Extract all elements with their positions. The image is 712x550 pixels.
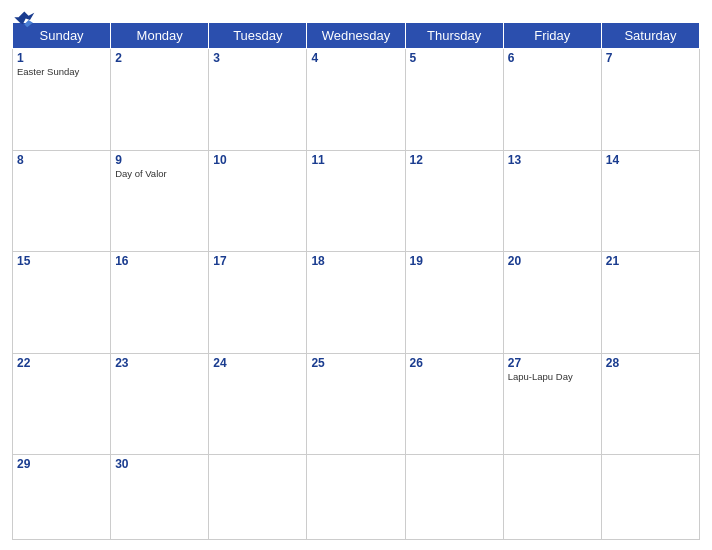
holiday-name: Day of Valor: [115, 168, 204, 179]
weekday-header-thursday: Thursday: [405, 23, 503, 49]
date-number: 11: [311, 153, 400, 167]
date-number: 19: [410, 254, 499, 268]
calendar-cell: [601, 455, 699, 540]
date-number: 9: [115, 153, 204, 167]
date-number: 10: [213, 153, 302, 167]
week-row-4: 222324252627Lapu-Lapu Day28: [13, 353, 700, 455]
date-number: 29: [17, 457, 106, 471]
date-number: 2: [115, 51, 204, 65]
calendar-cell: [307, 455, 405, 540]
calendar-cell: 14: [601, 150, 699, 252]
holiday-name: Easter Sunday: [17, 66, 106, 77]
week-row-3: 15161718192021: [13, 252, 700, 354]
holiday-name: Lapu-Lapu Day: [508, 371, 597, 382]
calendar-cell: [405, 455, 503, 540]
logo-bird-icon: [14, 10, 36, 30]
calendar-cell: 6: [503, 49, 601, 151]
calendar-cell: 13: [503, 150, 601, 252]
calendar-cell: 3: [209, 49, 307, 151]
calendar-cell: 29: [13, 455, 111, 540]
date-number: 15: [17, 254, 106, 268]
calendar-cell: 28: [601, 353, 699, 455]
calendar-cell: 15: [13, 252, 111, 354]
calendar-cell: 9Day of Valor: [111, 150, 209, 252]
logo: [12, 10, 36, 30]
calendar-cell: 25: [307, 353, 405, 455]
calendar-cell: 24: [209, 353, 307, 455]
svg-marker-1: [24, 20, 33, 27]
weekday-header-friday: Friday: [503, 23, 601, 49]
calendar-cell: 20: [503, 252, 601, 354]
calendar-cell: 18: [307, 252, 405, 354]
date-number: 16: [115, 254, 204, 268]
date-number: 3: [213, 51, 302, 65]
calendar-cell: 5: [405, 49, 503, 151]
date-number: 6: [508, 51, 597, 65]
calendar-cell: 16: [111, 252, 209, 354]
date-number: 20: [508, 254, 597, 268]
date-number: 4: [311, 51, 400, 65]
date-number: 26: [410, 356, 499, 370]
date-number: 14: [606, 153, 695, 167]
weekday-header-saturday: Saturday: [601, 23, 699, 49]
date-number: 24: [213, 356, 302, 370]
week-row-1: 1Easter Sunday234567: [13, 49, 700, 151]
weekday-header-wednesday: Wednesday: [307, 23, 405, 49]
date-number: 27: [508, 356, 597, 370]
weekday-header-monday: Monday: [111, 23, 209, 49]
date-number: 23: [115, 356, 204, 370]
calendar-cell: [209, 455, 307, 540]
date-number: 22: [17, 356, 106, 370]
calendar-cell: 10: [209, 150, 307, 252]
calendar-cell: 2: [111, 49, 209, 151]
date-number: 13: [508, 153, 597, 167]
weekday-header-tuesday: Tuesday: [209, 23, 307, 49]
calendar-cell: 1Easter Sunday: [13, 49, 111, 151]
calendar-cell: 30: [111, 455, 209, 540]
week-row-2: 89Day of Valor1011121314: [13, 150, 700, 252]
date-number: 8: [17, 153, 106, 167]
calendar-cell: 17: [209, 252, 307, 354]
date-number: 18: [311, 254, 400, 268]
calendar-header-row: SundayMondayTuesdayWednesdayThursdayFrid…: [13, 23, 700, 49]
date-number: 12: [410, 153, 499, 167]
date-number: 5: [410, 51, 499, 65]
calendar-header: [12, 10, 700, 16]
calendar-cell: [503, 455, 601, 540]
calendar-cell: 26: [405, 353, 503, 455]
date-number: 7: [606, 51, 695, 65]
date-number: 28: [606, 356, 695, 370]
calendar-cell: 21: [601, 252, 699, 354]
week-row-5: 2930: [13, 455, 700, 540]
calendar-cell: 4: [307, 49, 405, 151]
calendar-cell: 27Lapu-Lapu Day: [503, 353, 601, 455]
date-number: 21: [606, 254, 695, 268]
date-number: 17: [213, 254, 302, 268]
calendar-cell: 23: [111, 353, 209, 455]
calendar-cell: 12: [405, 150, 503, 252]
calendar-cell: 8: [13, 150, 111, 252]
calendar-cell: 11: [307, 150, 405, 252]
calendar-table: SundayMondayTuesdayWednesdayThursdayFrid…: [12, 22, 700, 540]
calendar-cell: 7: [601, 49, 699, 151]
calendar-cell: 19: [405, 252, 503, 354]
date-number: 1: [17, 51, 106, 65]
calendar-cell: 22: [13, 353, 111, 455]
date-number: 30: [115, 457, 204, 471]
date-number: 25: [311, 356, 400, 370]
